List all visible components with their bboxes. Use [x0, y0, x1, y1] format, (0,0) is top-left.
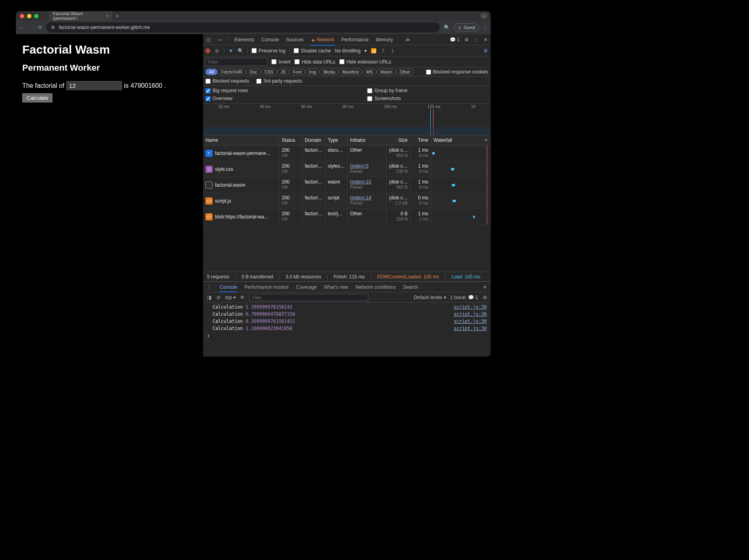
throttling-select[interactable]: No throttling ▾ — [335, 48, 367, 54]
import-har-icon[interactable]: ⤵ — [390, 48, 395, 54]
forward-button[interactable]: → — [29, 25, 34, 30]
col-type-header[interactable]: Type — [325, 135, 348, 145]
source-link[interactable]: script.js:30 — [454, 326, 487, 331]
devtools-tab-elements[interactable]: Elements — [234, 35, 255, 45]
search-icon[interactable]: 🔍 — [238, 48, 243, 54]
issues-badge[interactable]: 💬 1 — [450, 37, 460, 42]
export-har-icon[interactable]: ⤴ — [380, 48, 386, 54]
table-row[interactable]: ≡factorial-wasm-permane…200OKfactori…doc… — [203, 145, 491, 161]
third-party-checkbox[interactable]: 3rd-party requests — [256, 78, 302, 84]
disable-cache-checkbox[interactable]: Disable cache — [294, 48, 331, 54]
log-levels-select[interactable]: Default levels ▾ — [414, 295, 446, 300]
filter-chip-ws[interactable]: WS — [362, 69, 377, 75]
settings-icon[interactable]: ⚙ — [464, 37, 469, 42]
calculate-button[interactable]: Calculate — [22, 93, 52, 102]
drawer-tab-network-conditions[interactable]: Network conditions — [356, 283, 396, 292]
table-row[interactable]: <>script.js200OKfactori…script(index):14… — [203, 193, 491, 209]
filter-toggle-icon[interactable]: ▼ — [228, 48, 234, 54]
table-row[interactable]: ⬚factorial.wasm200OKfactori…wasm(index):… — [203, 177, 491, 193]
blocked-cookies-checkbox[interactable]: Blocked response cookies — [426, 69, 488, 75]
site-settings-icon[interactable]: ⚙ — [50, 25, 56, 30]
col-status-header[interactable]: Status — [279, 135, 302, 145]
col-waterfall-header[interactable]: Waterfall▲ — [431, 135, 491, 145]
drawer-menu-button[interactable]: ⋮ — [206, 284, 212, 290]
sidebar-toggle-icon[interactable]: ◨ — [206, 295, 212, 300]
devtools-tab-performance[interactable]: Performance — [341, 35, 370, 45]
window-titlebar: Factorial Wasm (permanent \ × + ⌄ — [16, 11, 491, 21]
filter-chip-font[interactable]: Font — [289, 69, 305, 75]
devtools-tab-console[interactable]: Console — [261, 35, 280, 45]
hide-data-urls-checkbox[interactable]: Hide data URLs — [294, 59, 335, 65]
filter-chip-manifest[interactable]: Manifest — [339, 69, 362, 75]
wasm-file-icon: ⬚ — [205, 182, 213, 189]
live-expression-icon[interactable]: 👁 — [240, 295, 245, 300]
zoom-icon[interactable]: 🔍 — [444, 25, 450, 30]
device-toggle-icon[interactable]: ▭ — [217, 37, 222, 42]
browser-menu-button[interactable]: ⋮ — [483, 25, 488, 30]
back-button[interactable]: ← — [19, 25, 24, 30]
close-window-button[interactable] — [20, 14, 24, 18]
address-bar[interactable]: ⚙ factorial-wasm-permanent-worker.glitch… — [46, 22, 440, 33]
preserve-log-checkbox[interactable]: Preserve log — [252, 48, 285, 54]
devtools-tab-sources[interactable]: Sources — [285, 35, 304, 45]
window-dropdown-button[interactable]: ⌄ — [480, 13, 488, 19]
group-by-frame-checkbox[interactable]: Group by frame — [367, 88, 407, 93]
col-name-header[interactable]: Name — [203, 135, 279, 145]
overview-timeline[interactable]: 20 ms40 ms60 ms80 ms100 ms120 ms14 — [203, 104, 491, 135]
drawer-tab-performance-monitor[interactable]: Performance monitor — [244, 283, 289, 292]
inspect-icon[interactable]: ◫ — [205, 37, 211, 42]
drawer-tab-coverage[interactable]: Coverage — [296, 283, 317, 292]
devtools-menu-button[interactable]: ⋮ — [473, 37, 479, 42]
filter-chip-fetchxhr[interactable]: Fetch/XHR — [217, 69, 246, 75]
issue-indicator[interactable]: 1 Issue: 💬 1 — [450, 295, 478, 300]
col-size-header[interactable]: Size — [387, 135, 410, 145]
context-selector[interactable]: top ▾ — [225, 295, 236, 300]
record-button[interactable] — [205, 48, 210, 53]
network-conditions-icon[interactable]: 📶 — [371, 48, 376, 54]
filter-chip-all[interactable]: All — [205, 69, 217, 75]
minimize-window-button[interactable] — [27, 14, 31, 18]
col-time-header[interactable]: Time — [410, 135, 431, 145]
filter-chip-doc[interactable]: Doc — [246, 69, 261, 75]
filter-chip-wasm[interactable]: Wasm — [377, 69, 396, 75]
reload-button[interactable]: ⟳ — [38, 25, 42, 30]
devtools-tab-network[interactable]: ▲Network — [310, 35, 335, 46]
drawer-tab-what-s-new[interactable]: What's new — [324, 283, 348, 292]
overview-checkbox[interactable]: Overview — [205, 96, 248, 101]
invert-checkbox[interactable]: Invert — [271, 59, 290, 65]
big-rows-checkbox[interactable]: Big request rows — [205, 88, 248, 93]
filter-chip-other[interactable]: Other — [396, 69, 414, 75]
filter-chip-media[interactable]: Media — [319, 69, 339, 75]
drawer-tab-search[interactable]: Search — [403, 283, 418, 292]
source-link[interactable]: script.js:30 — [454, 304, 487, 310]
table-row[interactable]: <>blob:https://factorial-wa…200OKfactori… — [203, 209, 491, 225]
network-settings-icon[interactable]: ⚙ — [483, 48, 488, 54]
close-drawer-button[interactable]: ✕ — [482, 284, 488, 290]
blocked-requests-checkbox[interactable]: Blocked requests — [205, 78, 249, 84]
screenshots-checkbox[interactable]: Screenshots — [367, 96, 407, 101]
console-filter-input[interactable] — [249, 294, 368, 301]
profile-button[interactable]: ☺ Guest — [454, 23, 479, 31]
filter-chip-css[interactable]: CSS — [261, 69, 277, 75]
new-tab-button[interactable]: + — [116, 13, 119, 19]
col-initiator-header[interactable]: Initiator — [348, 135, 387, 145]
drawer-tab-console[interactable]: Console — [220, 283, 237, 292]
close-devtools-button[interactable]: ✕ — [483, 37, 488, 42]
col-domain-header[interactable]: Domain — [302, 135, 325, 145]
devtools-tab-memory[interactable]: Memory — [375, 35, 394, 45]
hide-ext-urls-checkbox[interactable]: Hide extension URLs — [339, 59, 391, 65]
maximize-window-button[interactable] — [34, 14, 39, 18]
clear-button[interactable]: ⊘ — [214, 48, 220, 54]
network-filter-input[interactable] — [205, 58, 267, 66]
filter-chip-js[interactable]: JS — [277, 69, 289, 75]
console-prompt[interactable]: ❯ — [203, 332, 491, 339]
source-link[interactable]: script.js:30 — [454, 311, 487, 317]
source-link[interactable]: script.js:30 — [454, 319, 487, 324]
more-tabs-button[interactable]: ≫ — [405, 37, 410, 42]
console-settings-icon[interactable]: ⚙ — [482, 295, 488, 300]
tab-close-icon[interactable]: × — [106, 14, 108, 18]
factorial-input[interactable] — [66, 81, 122, 90]
table-row[interactable]: ◫style.css200OKfactori…styles…(index):5P… — [203, 161, 491, 177]
clear-console-button[interactable]: ⊘ — [216, 295, 221, 300]
filter-chip-img[interactable]: Img — [305, 69, 319, 75]
